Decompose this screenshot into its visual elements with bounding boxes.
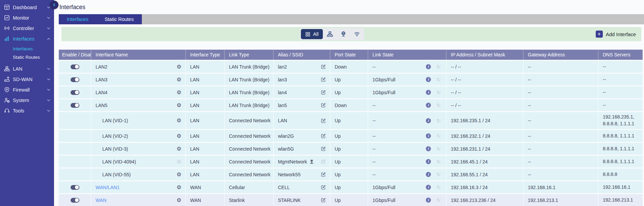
edit-alias-icon[interactable] bbox=[321, 172, 326, 177]
link-type-cell: Connected Network bbox=[224, 156, 273, 168]
table-row: WAN/LAN1⚙WANCellularCELLUp1Gbps/Fulli↻19… bbox=[59, 181, 643, 193]
info-icon[interactable]: i bbox=[426, 64, 431, 69]
interface-name-cell: LAN (VID-4094)⚙ bbox=[91, 156, 185, 168]
enable-toggle[interactable] bbox=[71, 198, 79, 203]
sidebar-item-dashboard[interactable]: Dashboard bbox=[0, 2, 54, 12]
edit-alias-icon[interactable] bbox=[321, 185, 326, 190]
edit-alias-icon[interactable] bbox=[321, 118, 326, 123]
edit-alias-icon[interactable] bbox=[321, 77, 326, 82]
edit-alias-icon[interactable] bbox=[321, 133, 326, 138]
port-state-cell: Up bbox=[330, 86, 368, 98]
enable-toggle[interactable] bbox=[71, 65, 79, 69]
interfaces-table: Enable / DisableInterface NameInterface … bbox=[59, 50, 643, 206]
sidebar-item-sdwan[interactable]: SD-WAN bbox=[0, 74, 54, 84]
link-state-cell: 1Gbps/Fulli↻ bbox=[368, 86, 446, 98]
refresh-icon[interactable]: ↻ bbox=[436, 172, 441, 177]
refresh-icon[interactable]: ↻ bbox=[436, 198, 441, 203]
sidebar-item-interfaces[interactable]: Interfaces bbox=[0, 33, 54, 44]
edit-alias-icon[interactable] bbox=[321, 198, 326, 203]
info-icon[interactable]: i bbox=[426, 118, 431, 123]
gear-icon[interactable]: ⚙ bbox=[177, 77, 181, 82]
sidebar-item-firewall[interactable]: Firewall bbox=[0, 84, 54, 95]
info-icon[interactable]: i bbox=[426, 159, 431, 164]
enable-toggle[interactable] bbox=[71, 90, 79, 95]
column-header-9: DNS Servers bbox=[598, 50, 643, 60]
alias-value: LAN bbox=[278, 118, 287, 123]
sidebar-item-monitor[interactable]: Monitor bbox=[0, 12, 54, 23]
info-icon[interactable]: i bbox=[426, 103, 431, 108]
chevron-down-icon bbox=[47, 26, 51, 30]
table-row: LAN3⚙LANLAN Trunk (Bridge)lan3Up1Gbps/Fu… bbox=[59, 74, 643, 85]
column-header-1: Interface Name bbox=[91, 50, 185, 60]
edit-alias-icon[interactable] bbox=[321, 90, 326, 95]
enable-toggle-cell bbox=[59, 86, 91, 98]
refresh-icon[interactable]: ↻ bbox=[436, 103, 441, 108]
gateway-cell: -- bbox=[523, 99, 598, 111]
interface-name[interactable]: WAN/LAN1 bbox=[96, 185, 120, 190]
enable-toggle[interactable] bbox=[71, 103, 79, 108]
sidebar-item-system[interactable]: System bbox=[0, 95, 54, 105]
info-icon[interactable]: i bbox=[426, 198, 431, 203]
sidebar-subitem-interfaces-sub[interactable]: Interfaces bbox=[0, 45, 54, 53]
dns-servers-cell: -- bbox=[598, 74, 643, 85]
edit-alias-icon[interactable] bbox=[321, 103, 326, 108]
gear-icon[interactable]: ⚙ bbox=[177, 198, 181, 203]
gateway-cell: 192.168.213.1 bbox=[523, 194, 598, 206]
filter-lan-button[interactable] bbox=[324, 29, 336, 39]
gateway-cell: -- bbox=[523, 156, 598, 168]
filter-all-button[interactable]: All bbox=[301, 29, 323, 39]
gateway-cell: -- bbox=[523, 61, 598, 73]
add-interface-button[interactable]: + Add Interface bbox=[596, 31, 636, 38]
interfaces-icon bbox=[4, 36, 10, 42]
enable-toggle[interactable] bbox=[71, 77, 79, 82]
filter-wifi-button[interactable] bbox=[351, 29, 363, 39]
info-icon[interactable]: i bbox=[426, 90, 431, 95]
sidebar-collapse-button[interactable] bbox=[50, 1, 58, 9]
info-icon[interactable]: i bbox=[426, 185, 431, 190]
edit-alias-icon[interactable] bbox=[321, 146, 326, 151]
gear-icon[interactable]: ⚙ bbox=[177, 64, 181, 70]
sidebar-item-tools[interactable]: Tools bbox=[0, 105, 54, 116]
refresh-icon[interactable]: ↻ bbox=[436, 133, 441, 138]
dns-servers-cell: 8.8.8.8, 1.1.1.1 bbox=[598, 156, 643, 168]
table-row: LAN (VID-1)⚙LANConnected NetworkLANUp--i… bbox=[59, 112, 643, 129]
sidebar-item-label: Dashboard bbox=[13, 5, 37, 10]
sidebar-item-controller[interactable]: Controller bbox=[0, 23, 54, 33]
gear-icon[interactable]: ⚙ bbox=[177, 90, 181, 95]
edit-alias-icon[interactable] bbox=[321, 64, 326, 69]
interface-type-cell: LAN bbox=[185, 86, 224, 98]
refresh-icon[interactable]: ↻ bbox=[436, 159, 441, 164]
refresh-icon[interactable]: ↻ bbox=[436, 90, 441, 95]
plus-icon: + bbox=[596, 31, 603, 38]
sidebar-item-lan[interactable]: LAN bbox=[0, 63, 54, 74]
tab-interfaces[interactable]: Interfaces bbox=[59, 14, 97, 24]
refresh-icon[interactable]: ↻ bbox=[436, 118, 441, 123]
sidebar-subitem-static-routes-sub[interactable]: Static Routes bbox=[0, 53, 54, 61]
sidebar-item-label: Firewall bbox=[13, 87, 30, 93]
tab-static-routes[interactable]: Static Routes bbox=[97, 14, 142, 24]
gear-icon[interactable]: ⚙ bbox=[177, 118, 181, 123]
info-icon[interactable]: i bbox=[426, 133, 431, 138]
refresh-icon[interactable]: ↻ bbox=[436, 185, 441, 190]
link-state-cell: --i↻ bbox=[368, 156, 446, 168]
gear-icon[interactable]: ⚙ bbox=[177, 185, 181, 190]
gear-icon[interactable]: ⚙ bbox=[177, 133, 181, 139]
refresh-icon[interactable]: ↻ bbox=[436, 77, 441, 82]
filter-wan-button[interactable] bbox=[337, 29, 350, 39]
dns-servers-cell: -- bbox=[598, 61, 643, 73]
enable-toggle-cell bbox=[59, 194, 91, 206]
enable-toggle[interactable] bbox=[71, 185, 79, 190]
interface-name[interactable]: WAN bbox=[96, 198, 106, 203]
table-row: LAN2⚙LANLAN Trunk (Bridge)lan2Down--i↻--… bbox=[59, 61, 643, 73]
refresh-icon[interactable]: ↻ bbox=[436, 146, 441, 151]
info-icon[interactable]: i bbox=[426, 172, 431, 177]
gear-icon[interactable]: ⚙ bbox=[177, 103, 181, 108]
gear-icon[interactable]: ⚙ bbox=[177, 146, 181, 152]
gear-icon[interactable]: ⚙ bbox=[177, 172, 181, 177]
sidebar-item-label: LAN bbox=[13, 66, 22, 72]
refresh-icon[interactable]: ↻ bbox=[436, 64, 441, 69]
dns-value: 192.168.213.1 bbox=[603, 197, 633, 204]
link-state-cell: 1Gbps/Fulli↻ bbox=[368, 194, 446, 206]
info-icon[interactable]: i bbox=[426, 77, 431, 82]
info-icon[interactable]: i bbox=[426, 146, 431, 151]
